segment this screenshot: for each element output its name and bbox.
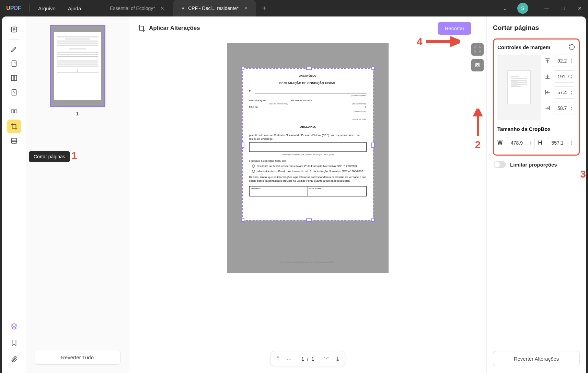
crop-handle-br[interactable]	[371, 218, 375, 222]
tab-label: CPF - Decl... residente*	[188, 5, 239, 11]
revert-all-button[interactable]: Reverter Tudo	[35, 350, 120, 365]
first-page-button[interactable]: ⤒	[276, 355, 280, 362]
thumbnail-page-number: 1	[76, 111, 79, 116]
dropdown-icon[interactable]: ▼	[181, 7, 185, 10]
svg-rect-1	[12, 61, 16, 67]
tab-essential-ecology[interactable]: Essential of Ecology* ×	[101, 0, 173, 16]
svg-rect-8	[476, 64, 479, 67]
margin-bottom-icon	[544, 74, 551, 79]
margin-left-input[interactable]: 57.4▲▼	[554, 86, 575, 99]
minimize-button[interactable]: ―	[539, 0, 555, 16]
chevron-down-icon[interactable]: ⌄	[496, 5, 514, 11]
close-button[interactable]: ✕	[572, 0, 588, 16]
annotation-3-box: Controles de margem 92.2▲▼ 191.7▲▼ 57.4▲…	[493, 38, 580, 156]
cropbox-width-input[interactable]: 478.9▲▼	[507, 137, 535, 149]
cropbox-height-input[interactable]: 557.1▲▼	[548, 137, 576, 149]
tab-cpf-decl[interactable]: ▼ CPF - Decl... residente* ×	[173, 0, 256, 16]
annotate-icon[interactable]	[7, 42, 21, 56]
revert-changes-button[interactable]: Reverter Alterações	[493, 351, 580, 366]
crop-icon	[137, 24, 146, 32]
crop-handle-bl[interactable]	[241, 218, 244, 222]
add-tab-button[interactable]: +	[256, 0, 273, 16]
edit-form-icon[interactable]	[7, 57, 21, 70]
svg-rect-9	[477, 65, 479, 66]
margin-top-input[interactable]: 92.2▲▼	[554, 55, 575, 67]
svg-rect-2	[11, 76, 13, 81]
page-navigator: ⤒ ︿ 1 / 1 ﹀ ⤓	[270, 351, 345, 366]
page-layout-icon[interactable]	[7, 71, 21, 85]
app-logo: UPDF	[0, 5, 27, 11]
crop-handle-ml[interactable]	[241, 143, 244, 148]
reader-icon[interactable]	[7, 23, 21, 36]
svg-rect-6	[14, 110, 16, 113]
last-page-button[interactable]: ⤓	[335, 355, 340, 362]
page-indicator[interactable]: 1 / 1	[298, 356, 318, 362]
constrain-label: Limitar proporções	[510, 162, 557, 168]
margin-preview	[497, 55, 541, 120]
svg-rect-5	[11, 110, 13, 113]
attachment-icon[interactable]	[7, 352, 21, 366]
menu-file[interactable]: Arquivo	[32, 5, 62, 11]
crop-handle-tr[interactable]	[371, 67, 375, 70]
crop-handle-bm[interactable]	[306, 218, 312, 222]
panel-title: Cortar páginas	[493, 24, 580, 32]
annotation-2: 2	[473, 109, 483, 150]
cropbox-title: Tamanho da CropBox	[497, 126, 575, 132]
svg-rect-7	[11, 138, 16, 144]
crop-handle-tl[interactable]	[241, 67, 244, 70]
crop-handle-tm[interactable]	[306, 67, 312, 70]
main-title: Aplicar Alterações	[149, 25, 200, 32]
crop-handle-mr[interactable]	[371, 143, 375, 148]
redact-icon[interactable]	[7, 134, 21, 148]
tab-label: Essential of Ecology*	[110, 5, 155, 11]
margin-top-icon	[544, 58, 551, 64]
close-icon[interactable]: ×	[161, 5, 164, 12]
margin-right-input[interactable]: 58.7▲▼	[554, 102, 575, 114]
reset-margins-icon[interactable]	[568, 44, 575, 50]
prev-page-button[interactable]: ︿	[286, 355, 292, 362]
maximize-button[interactable]: □	[555, 0, 572, 16]
doc-footer: (Nota Conjunta /Cocad/Cogea nº 1, de 3 d…	[227, 261, 389, 263]
menu-help[interactable]: Ajuda	[62, 5, 87, 11]
margin-controls-title: Controles de margem	[497, 44, 550, 50]
annotation-3: 3	[580, 168, 586, 180]
margin-bottom-input[interactable]: 191.7▲▼	[554, 70, 575, 83]
crop-region[interactable]: ANEXO ÚNICO DECLARAÇÃO DE CONDIÇÃO FISCA…	[242, 68, 373, 221]
constrain-proportions-toggle[interactable]	[494, 161, 506, 168]
crop-pages-tooltip: Cortar páginas	[29, 151, 70, 162]
fit-screen-icon[interactable]	[471, 43, 484, 56]
next-page-button[interactable]: ﹀	[324, 355, 329, 362]
edit-text-icon[interactable]	[7, 86, 21, 99]
bookmark-icon[interactable]	[7, 336, 21, 350]
crop-button[interactable]: Recortar	[438, 22, 471, 35]
height-label: H	[538, 140, 545, 146]
svg-rect-3	[14, 76, 16, 81]
width-label: W	[497, 140, 504, 146]
crop-tool-icon[interactable]	[471, 59, 484, 71]
user-avatar[interactable]: S	[517, 3, 528, 14]
page-canvas[interactable]: ANEXO ÚNICO DECLARAÇÃO DE CONDIÇÃO FISCA…	[227, 43, 389, 273]
crop-pages-icon[interactable]	[7, 120, 21, 133]
organize-icon[interactable]	[7, 105, 21, 119]
margin-left-icon	[544, 90, 551, 95]
annotation-4: 4	[417, 36, 460, 47]
layers-icon[interactable]	[7, 319, 21, 333]
margin-right-icon	[544, 105, 551, 111]
document-content: ANEXO ÚNICO DECLARAÇÃO DE CONDIÇÃO FISCA…	[243, 69, 373, 202]
close-icon[interactable]: ×	[244, 5, 248, 12]
page-thumbnail[interactable]	[50, 25, 105, 107]
